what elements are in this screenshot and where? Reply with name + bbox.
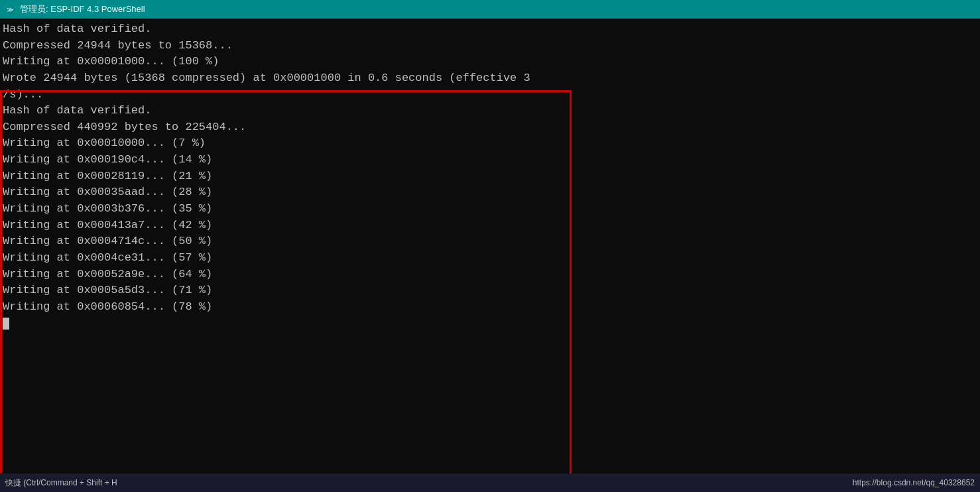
terminal-line: Writing at 0x000190c4... (14 %)	[3, 152, 977, 168]
terminal-line: Writing at 0x00060854... (78 %)	[3, 299, 977, 316]
terminal-line: Writing at 0x000413a7... (42 %)	[3, 217, 977, 234]
status-bar: 快捷 (Ctrl/Command + Shift + H https://blo…	[0, 473, 980, 492]
terminal-body: Hash of data verified.Compressed 24944 b…	[0, 19, 980, 473]
terminal-line: Writing at 0x0003b376... (35 %)	[3, 201, 977, 217]
terminal-line: Hash of data verified.	[3, 103, 977, 119]
powershell-icon: ≫	[5, 4, 16, 15]
terminal-line: Writing at 0x0004ce31... (57 %)	[3, 250, 977, 267]
title-bar-text: 管理员: ESP-IDF 4.3 PowerShell	[20, 3, 145, 15]
terminal-line: Wrote 24944 bytes (15368 compressed) at …	[3, 70, 977, 87]
svg-text:≫: ≫	[7, 6, 13, 13]
terminal-line: Writing at 0x00028119... (21 %)	[3, 168, 977, 185]
terminal-line: Writing at 0x0004714c... (50 %)	[3, 233, 977, 250]
status-bar-left: 快捷 (Ctrl/Command + Shift + H	[5, 477, 117, 489]
terminal-line: Compressed 24944 bytes to 15368...	[3, 38, 977, 54]
terminal-line: Writing at 0x00001000... (100 %)	[3, 54, 977, 70]
terminal-line: Compressed 440992 bytes to 225404...	[3, 119, 977, 136]
title-bar: ≫ 管理员: ESP-IDF 4.3 PowerShell	[0, 0, 980, 19]
terminal-line: Hash of data verified.	[3, 21, 977, 38]
terminal-line: Writing at 0x0005a5d3... (71 %)	[3, 282, 977, 299]
terminal-line: Writing at 0x00052a9e... (64 %)	[3, 267, 977, 283]
status-bar-right: https://blog.csdn.net/qq_40328652	[853, 478, 975, 487]
cursor	[3, 318, 9, 330]
terminal-output: Hash of data verified.Compressed 24944 b…	[3, 21, 977, 332]
terminal-line: Writing at 0x00010000... (7 %)	[3, 135, 977, 152]
terminal-line: /s)...	[3, 87, 977, 103]
terminal-cursor-line	[3, 316, 977, 332]
terminal-line: Writing at 0x00035aad... (28 %)	[3, 184, 977, 201]
